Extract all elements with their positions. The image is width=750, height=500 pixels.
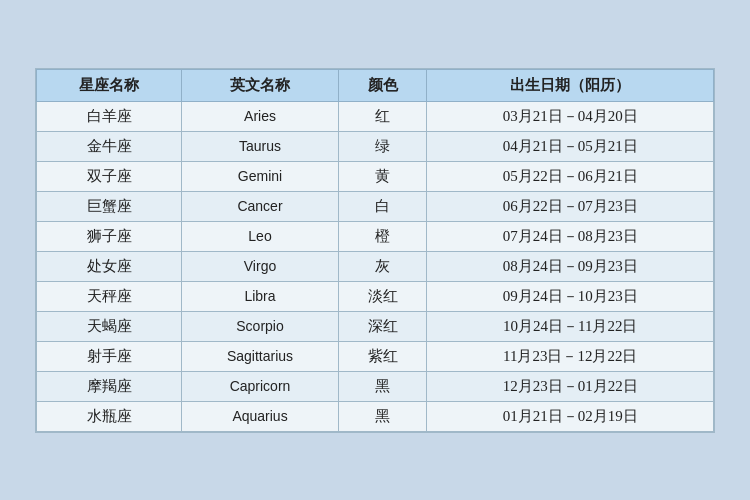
table-row: 处女座Virgo灰08月24日－09月23日 (37, 251, 714, 281)
table-cell-10-2: 黑 (338, 401, 427, 431)
table-header-col-0: 星座名称 (37, 69, 182, 101)
table-cell-5-1: Virgo (182, 251, 339, 281)
table-body: 白羊座Aries红03月21日－04月20日金牛座Taurus绿04月21日－0… (37, 101, 714, 431)
table-cell-4-1: Leo (182, 221, 339, 251)
table-cell-3-1: Cancer (182, 191, 339, 221)
table-row: 狮子座Leo橙07月24日－08月23日 (37, 221, 714, 251)
table-cell-7-0: 天蝎座 (37, 311, 182, 341)
table-cell-6-3: 09月24日－10月23日 (427, 281, 714, 311)
table-row: 天秤座Libra淡红09月24日－10月23日 (37, 281, 714, 311)
table-cell-0-3: 03月21日－04月20日 (427, 101, 714, 131)
table-header-col-1: 英文名称 (182, 69, 339, 101)
table-cell-8-1: Sagittarius (182, 341, 339, 371)
table-cell-10-1: Aquarius (182, 401, 339, 431)
table-row: 巨蟹座Cancer白06月22日－07月23日 (37, 191, 714, 221)
table-cell-8-3: 11月23日－12月22日 (427, 341, 714, 371)
table-cell-2-2: 黄 (338, 161, 427, 191)
table-cell-2-3: 05月22日－06月21日 (427, 161, 714, 191)
table-cell-6-0: 天秤座 (37, 281, 182, 311)
table-row: 水瓶座Aquarius黑01月21日－02月19日 (37, 401, 714, 431)
table-cell-7-2: 深红 (338, 311, 427, 341)
table-cell-9-3: 12月23日－01月22日 (427, 371, 714, 401)
table-cell-3-2: 白 (338, 191, 427, 221)
table-cell-9-1: Capricorn (182, 371, 339, 401)
table-cell-8-0: 射手座 (37, 341, 182, 371)
table-cell-0-2: 红 (338, 101, 427, 131)
table-cell-7-1: Scorpio (182, 311, 339, 341)
table-cell-1-1: Taurus (182, 131, 339, 161)
table-cell-3-3: 06月22日－07月23日 (427, 191, 714, 221)
table-header-col-3: 出生日期（阳历） (427, 69, 714, 101)
table-header-col-2: 颜色 (338, 69, 427, 101)
table-cell-1-0: 金牛座 (37, 131, 182, 161)
table-cell-2-1: Gemini (182, 161, 339, 191)
zodiac-table-container: 星座名称英文名称颜色出生日期（阳历） 白羊座Aries红03月21日－04月20… (35, 68, 715, 433)
table-cell-1-2: 绿 (338, 131, 427, 161)
table-cell-4-0: 狮子座 (37, 221, 182, 251)
table-cell-0-1: Aries (182, 101, 339, 131)
table-row: 白羊座Aries红03月21日－04月20日 (37, 101, 714, 131)
table-cell-8-2: 紫红 (338, 341, 427, 371)
table-cell-7-3: 10月24日－11月22日 (427, 311, 714, 341)
table-row: 摩羯座Capricorn黑12月23日－01月22日 (37, 371, 714, 401)
table-row: 双子座Gemini黄05月22日－06月21日 (37, 161, 714, 191)
table-cell-1-3: 04月21日－05月21日 (427, 131, 714, 161)
table-cell-4-2: 橙 (338, 221, 427, 251)
table-cell-10-0: 水瓶座 (37, 401, 182, 431)
table-header-row: 星座名称英文名称颜色出生日期（阳历） (37, 69, 714, 101)
table-cell-9-0: 摩羯座 (37, 371, 182, 401)
table-cell-5-0: 处女座 (37, 251, 182, 281)
table-cell-4-3: 07月24日－08月23日 (427, 221, 714, 251)
zodiac-table: 星座名称英文名称颜色出生日期（阳历） 白羊座Aries红03月21日－04月20… (36, 69, 714, 432)
table-cell-2-0: 双子座 (37, 161, 182, 191)
table-row: 金牛座Taurus绿04月21日－05月21日 (37, 131, 714, 161)
table-cell-10-3: 01月21日－02月19日 (427, 401, 714, 431)
table-cell-5-3: 08月24日－09月23日 (427, 251, 714, 281)
table-row: 射手座Sagittarius紫红11月23日－12月22日 (37, 341, 714, 371)
table-cell-5-2: 灰 (338, 251, 427, 281)
table-cell-9-2: 黑 (338, 371, 427, 401)
table-cell-0-0: 白羊座 (37, 101, 182, 131)
table-cell-6-2: 淡红 (338, 281, 427, 311)
table-cell-6-1: Libra (182, 281, 339, 311)
table-cell-3-0: 巨蟹座 (37, 191, 182, 221)
table-row: 天蝎座Scorpio深红10月24日－11月22日 (37, 311, 714, 341)
